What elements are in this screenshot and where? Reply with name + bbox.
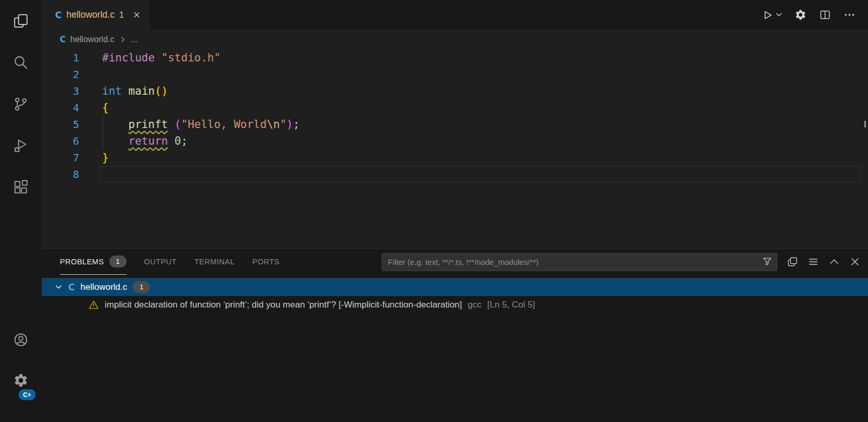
indent-guide <box>103 116 103 149</box>
line-number[interactable]: 2 <box>42 66 79 83</box>
run-dropdown-chevron-icon[interactable] <box>776 12 782 17</box>
line-content <box>79 166 102 183</box>
panel-tab-label: PORTS <box>253 258 280 266</box>
breadcrumb: C helloworld.c ... <box>42 30 868 49</box>
code-line[interactable]: 2 <box>42 66 868 83</box>
code-line[interactable]: 5 prinft ("Hello, World\n"); <box>42 116 868 133</box>
panel-tab-label: OUTPUT <box>144 258 177 266</box>
problem-source: gcc <box>468 300 481 310</box>
editor-settings-gear-icon[interactable] <box>795 9 807 21</box>
vscode-window: C+ C helloworld.c 1 <box>0 0 868 422</box>
main-area: C helloworld.c 1 <box>42 0 868 422</box>
run-and-debug-icon[interactable] <box>8 133 33 158</box>
warning-icon <box>89 300 99 310</box>
problem-position: [Ln 5, Col 5] <box>487 300 535 310</box>
line-number[interactable]: 5 <box>42 116 79 133</box>
source-control-icon[interactable] <box>8 92 33 117</box>
c-file-icon: C <box>55 10 61 20</box>
line-content: return 0; <box>79 133 187 149</box>
code-line[interactable]: 7} <box>42 149 868 166</box>
problems-filter-input[interactable] <box>382 253 777 271</box>
c-file-icon: C <box>68 282 74 292</box>
problems-file-label: helloworld.c <box>80 282 127 292</box>
line-number[interactable]: 3 <box>42 83 79 99</box>
tab-helloworld-c[interactable]: C helloworld.c 1 <box>42 0 149 30</box>
file-problems-count-badge: 1 <box>133 281 150 293</box>
line-number[interactable]: 6 <box>42 133 79 149</box>
profile-badge[interactable]: C+ <box>18 388 36 401</box>
tab-ports[interactable]: PORTS <box>253 249 280 275</box>
code-line[interactable]: 6 return 0; <box>42 133 868 149</box>
code-line[interactable]: 3int main() <box>42 83 868 99</box>
activity-bar-bottom: C+ <box>8 327 33 422</box>
filter-funnel-icon[interactable] <box>762 256 773 267</box>
editor-actions <box>762 0 868 30</box>
line-content: #include "stdio.h" <box>79 49 221 66</box>
tab-bar: C helloworld.c 1 <box>42 0 868 30</box>
accounts-icon[interactable] <box>8 327 33 352</box>
tab-terminal[interactable]: TERMINAL <box>194 249 234 275</box>
problem-item-row[interactable]: implicit declaration of function ‘prinft… <box>42 296 868 313</box>
view-as-table-icon[interactable] <box>787 256 798 267</box>
tab-problems-count: 1 <box>119 10 124 20</box>
c-file-icon: C <box>60 35 66 44</box>
breadcrumb-more[interactable]: ... <box>131 35 138 44</box>
split-editor-icon[interactable] <box>819 9 831 21</box>
chevron-right-icon <box>119 36 127 43</box>
more-actions-icon[interactable] <box>844 9 856 21</box>
line-content: } <box>79 149 109 166</box>
close-panel-icon[interactable] <box>849 256 861 267</box>
bottom-panel: PROBLEMS 1 OUTPUT TERMINAL PORTS <box>42 248 868 422</box>
search-icon[interactable] <box>8 50 33 75</box>
problem-message: implicit declaration of function ‘prinft… <box>105 300 462 310</box>
filter-wrap <box>382 253 777 271</box>
panel-header: PROBLEMS 1 OUTPUT TERMINAL PORTS <box>42 249 868 275</box>
overview-ruler-mark <box>864 121 866 127</box>
line-number[interactable]: 8 <box>42 166 79 183</box>
code-line[interactable]: 8 <box>42 166 868 183</box>
code-lines: 1#include "stdio.h"23int main()4{5 prinf… <box>42 49 868 183</box>
code-line[interactable]: 4{ <box>42 99 868 116</box>
activity-bar-top <box>8 0 33 200</box>
close-icon[interactable] <box>133 11 141 19</box>
explorer-icon[interactable] <box>8 8 33 33</box>
extensions-icon[interactable] <box>8 175 33 200</box>
settings-gear-icon[interactable]: C+ <box>8 368 33 393</box>
line-number[interactable]: 1 <box>42 49 79 66</box>
line-content <box>79 66 102 83</box>
panel-toolbar <box>382 249 868 275</box>
line-content: int main() <box>79 83 168 99</box>
tab-output[interactable]: OUTPUT <box>144 249 177 275</box>
panel-tab-label: PROBLEMS <box>60 258 104 266</box>
tab-problems[interactable]: PROBLEMS 1 <box>60 249 127 275</box>
panel-tabs: PROBLEMS 1 OUTPUT TERMINAL PORTS <box>60 249 280 275</box>
line-number[interactable]: 4 <box>42 99 79 116</box>
breadcrumb-file[interactable]: helloworld.c <box>70 35 114 44</box>
collapse-all-icon[interactable] <box>808 256 819 267</box>
tab-label: helloworld.c <box>66 9 114 20</box>
code-line[interactable]: 1#include "stdio.h" <box>42 49 868 66</box>
maximize-panel-chevron-up-icon[interactable] <box>828 256 840 267</box>
problems-file-row[interactable]: C helloworld.c 1 <box>42 278 868 296</box>
chevron-down-icon[interactable] <box>55 283 62 291</box>
line-content: { <box>79 99 109 116</box>
activity-bar: C+ <box>0 0 42 422</box>
panel-tab-label: TERMINAL <box>194 258 234 266</box>
code-editor: 1#include "stdio.h"23int main()4{5 prinf… <box>42 49 868 248</box>
run-button[interactable] <box>762 9 782 21</box>
line-content: prinft ("Hello, World\n"); <box>79 116 299 133</box>
line-number[interactable]: 7 <box>42 149 79 166</box>
problems-count-badge: 1 <box>109 255 127 267</box>
